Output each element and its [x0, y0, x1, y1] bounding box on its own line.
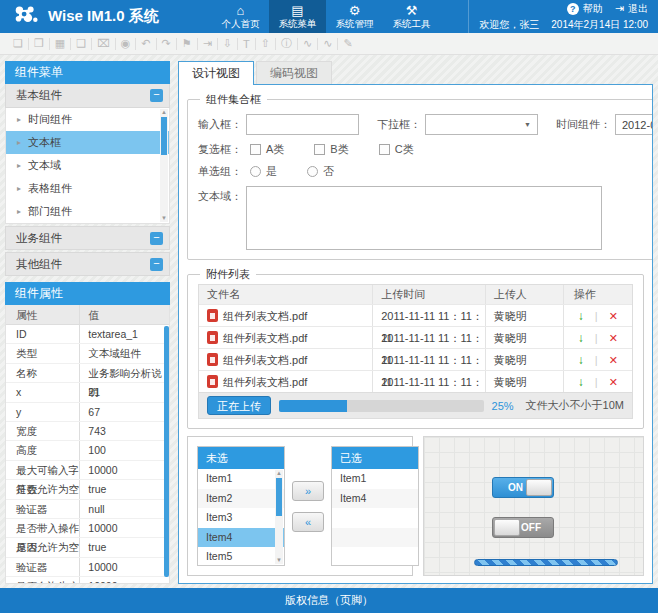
property-row[interactable]: 高度100: [6, 441, 169, 460]
property-row[interactable]: 是否带入操作原因10000: [6, 519, 169, 538]
sidebar-item-文本域[interactable]: ▸文本域: [6, 154, 169, 177]
property-row[interactable]: IDtextarea_1: [6, 325, 169, 344]
sidebar-item-部门组件[interactable]: ▸部门组件: [6, 200, 169, 223]
property-row[interactable]: 是否允许为空true: [6, 480, 169, 499]
checkbox-label: C类: [395, 143, 414, 155]
save-icon[interactable]: ▦: [50, 37, 70, 50]
property-row[interactable]: 名称业务影响分析说明: [6, 364, 169, 383]
indent-icon[interactable]: ⇥: [198, 37, 217, 50]
radio-option-是[interactable]: 是: [242, 165, 277, 177]
delete-icon[interactable]: ✕: [609, 305, 618, 327]
collapse-icon[interactable]: −: [150, 89, 163, 102]
menu-list-scrollbar[interactable]: ▲▼: [160, 109, 168, 222]
property-row[interactable]: 验证器10000: [6, 558, 169, 577]
download-icon[interactable]: ↓: [578, 327, 584, 349]
checkbox-option-C类[interactable]: C类: [371, 143, 414, 155]
property-row[interactable]: 类型文本域组件: [6, 344, 169, 363]
move-right-button[interactable]: »: [292, 481, 324, 501]
curve-icon[interactable]: ∿: [298, 37, 317, 50]
property-row[interactable]: 是否允许为空true: [6, 538, 169, 557]
radio-option-否[interactable]: 否: [299, 165, 334, 177]
nav-system-menu[interactable]: ▤系统菜单: [269, 0, 326, 33]
accordion-basic-components[interactable]: 基本组件 −: [5, 84, 170, 108]
file-info-icon[interactable]: ⓘ: [276, 36, 297, 51]
unselected-list-scrollbar[interactable]: ▲▼: [275, 470, 283, 564]
radio-icon[interactable]: [250, 166, 261, 177]
curve-alt-icon[interactable]: ∿: [318, 37, 337, 50]
edit-save-icon[interactable]: ❑: [71, 37, 91, 50]
nav-personal-home[interactable]: ⌂个人首页: [212, 0, 269, 33]
property-row[interactable]: y67: [6, 403, 169, 422]
move-left-button[interactable]: «: [292, 512, 324, 532]
accordion-other-components[interactable]: 其他组件 −: [5, 252, 170, 276]
body: 组件菜单 基本组件 − ▸时间组件▸文本框▸文本域▸表格组件▸部门组件▲▼ 业务…: [0, 55, 658, 588]
date-input[interactable]: 2012-07-01: [615, 114, 653, 135]
property-value: 10000: [79, 461, 169, 479]
sidebar-item-时间组件[interactable]: ▸时间组件: [6, 108, 169, 131]
toggle-on-switch[interactable]: ON: [492, 477, 554, 498]
download-icon[interactable]: ↓: [578, 349, 584, 371]
toggle-knob[interactable]: [526, 479, 552, 496]
unselected-item-Item4[interactable]: Item4: [198, 528, 284, 548]
text-input[interactable]: [246, 114, 359, 135]
property-row[interactable]: x21: [6, 383, 169, 402]
toggle-off-switch[interactable]: OFF: [492, 517, 554, 538]
scroll-up-icon[interactable]: ▲: [275, 470, 283, 477]
text-icon[interactable]: T: [238, 38, 255, 50]
unselected-item-Item1[interactable]: Item1: [198, 469, 284, 489]
flag-icon[interactable]: ⚑: [177, 37, 197, 50]
delete-icon[interactable]: ✕: [609, 327, 618, 349]
redo-icon[interactable]: ↷: [157, 37, 176, 50]
unselected-item-Item2[interactable]: Item2: [198, 489, 284, 509]
selected-item-Item4[interactable]: Item4: [332, 489, 418, 509]
unselected-item-Item3[interactable]: Item3: [198, 508, 284, 528]
toggle-knob[interactable]: [494, 519, 520, 536]
export-file-icon[interactable]: ⇧: [256, 37, 275, 50]
property-row[interactable]: 最大可输入字符数10000: [6, 461, 169, 480]
selected-item-Item1[interactable]: Item1: [332, 469, 418, 489]
uploading-button[interactable]: 正在上传: [207, 396, 271, 415]
upload-status-bar: 正在上传 25% 文件大小不小于10M: [199, 392, 632, 418]
align-bottom-icon[interactable]: ⇩: [218, 37, 237, 50]
delete-icon[interactable]: ⌧: [92, 37, 115, 50]
collapse-icon[interactable]: −: [150, 258, 163, 271]
accordion-business-components[interactable]: 业务组件 −: [5, 226, 170, 250]
collapse-icon[interactable]: −: [150, 232, 163, 245]
checkbox-icon[interactable]: [379, 144, 390, 155]
scroll-thumb[interactable]: [161, 117, 167, 155]
checkbox-option-B类[interactable]: B类: [306, 143, 348, 155]
tab-design-view[interactable]: 设计视图: [178, 61, 254, 85]
dropdown-select[interactable]: ▼: [425, 114, 538, 135]
preview-icon[interactable]: ◉: [116, 37, 136, 50]
tab-code-view[interactable]: 编码视图: [256, 61, 332, 84]
undo-icon[interactable]: ↶: [136, 37, 155, 50]
download-icon[interactable]: ↓: [578, 371, 584, 393]
unselected-item-Item5[interactable]: Item5: [198, 547, 284, 565]
new-file-icon[interactable]: ❏: [8, 37, 28, 50]
open-folder-icon[interactable]: ❒: [29, 37, 49, 50]
sidebar-item-表格组件[interactable]: ▸表格组件: [6, 177, 169, 200]
property-row[interactable]: 验证器null: [6, 500, 169, 519]
radio-icon[interactable]: [307, 166, 318, 177]
checkbox-icon[interactable]: [314, 144, 325, 155]
checkbox-icon[interactable]: [250, 144, 261, 155]
logout-button[interactable]: ⇥ 退出: [615, 2, 648, 16]
nav-system-admin[interactable]: ⚙系统管理: [326, 0, 383, 33]
delete-icon[interactable]: ✕: [609, 371, 618, 393]
input-label: 输入框：: [198, 117, 242, 132]
scroll-up-icon[interactable]: ▲: [160, 109, 168, 116]
property-row[interactable]: 宽度743: [6, 422, 169, 441]
download-icon[interactable]: ↓: [578, 305, 584, 327]
property-row[interactable]: 是否允许为空10000: [6, 577, 169, 584]
pencil-icon[interactable]: ✎: [338, 37, 357, 50]
sidebar-item-文本框[interactable]: ▸文本框: [6, 131, 169, 154]
delete-icon[interactable]: ✕: [609, 349, 618, 371]
scroll-down-icon[interactable]: ▼: [160, 215, 168, 222]
textarea-field[interactable]: [246, 186, 602, 250]
props-scrollbar[interactable]: [164, 326, 169, 577]
checkbox-option-A类[interactable]: A类: [242, 143, 284, 155]
scroll-down-icon[interactable]: ▼: [275, 557, 283, 564]
help-button[interactable]: ? 帮助: [567, 2, 603, 16]
nav-system-tools[interactable]: ⚒系统工具: [383, 0, 440, 33]
scroll-thumb[interactable]: [276, 478, 282, 516]
